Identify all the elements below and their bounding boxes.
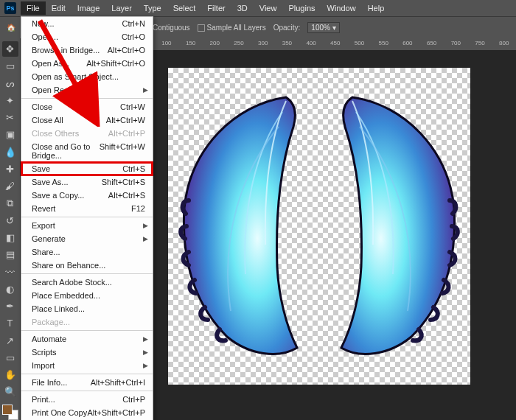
tool-eyedrop[interactable]: 💧	[2, 144, 18, 160]
menuitem-package: Package...	[21, 315, 153, 329]
menuitem-new[interactable]: New...Ctrl+N	[21, 17, 153, 30]
tool-hand[interactable]: ✋	[2, 367, 18, 382]
menuitem-print-one-copy[interactable]: Print One CopyAlt+Shift+Ctrl+P	[21, 406, 153, 419]
menu-file[interactable]: File	[21, 1, 46, 15]
menuitem-close-and-go-to-bridge[interactable]: Close and Go to Bridge...Shift+Ctrl+W	[21, 140, 153, 162]
tool-frame[interactable]: ▣	[2, 127, 18, 142]
menuitem-print[interactable]: Print...Ctrl+P	[21, 393, 153, 406]
menuitem-revert[interactable]: RevertF12	[21, 202, 153, 215]
menu-window[interactable]: Window	[321, 1, 362, 15]
menuitem-file-info[interactable]: File Info...Alt+Shift+Ctrl+I	[21, 376, 153, 389]
menuitem-share-on-behance[interactable]: Share on Behance...	[21, 259, 153, 272]
tool-brush[interactable]: 🖌	[2, 178, 18, 194]
tool-move[interactable]: ✥	[2, 41, 18, 57]
menuitem-open-as-smart-object[interactable]: Open as Smart Object...	[21, 70, 153, 83]
menu-view[interactable]: View	[254, 1, 283, 15]
wings-image	[175, 90, 463, 370]
menuitem-scripts[interactable]: Scripts▶	[21, 346, 153, 359]
menu-select[interactable]: Select	[167, 1, 202, 15]
menuitem-open-recent[interactable]: Open Recent▶	[21, 83, 153, 97]
tool-stamp[interactable]: ⧉	[2, 195, 18, 211]
menuitem-open[interactable]: Open...Ctrl+O	[21, 30, 153, 43]
app-logo: Ps	[4, 2, 16, 14]
menuitem-export[interactable]: Export▶	[21, 219, 153, 232]
menuitem-save[interactable]: SaveCtrl+S	[21, 162, 153, 175]
tool-eraser[interactable]: ◧	[2, 230, 18, 245]
menuitem-import[interactable]: Import▶	[21, 359, 153, 372]
tool-blur[interactable]: 〰	[2, 264, 18, 279]
menuitem-generate[interactable]: Generate▶	[21, 232, 153, 245]
tool-lasso[interactable]: ᔕ	[2, 76, 18, 91]
tool-path[interactable]: ↗	[2, 333, 18, 349]
tool-history[interactable]: ↺	[2, 213, 18, 228]
opacity-label: Opacity:	[273, 24, 301, 32]
menuitem-save-a-copy[interactable]: Save a Copy...Alt+Ctrl+S	[21, 189, 153, 202]
menu-layer[interactable]: Layer	[105, 1, 138, 15]
menu-image[interactable]: Image	[72, 1, 106, 15]
menuitem-place-embedded[interactable]: Place Embedded...	[21, 289, 153, 302]
color-swatches[interactable]	[2, 405, 18, 420]
menu-type[interactable]: Type	[138, 1, 167, 15]
tool-pen[interactable]: ✒	[2, 298, 18, 314]
tool-type[interactable]: T	[2, 315, 18, 331]
tools-panel: ✥▭ᔕ✦✂▣💧✚🖌⧉↺◧▤〰◐✒T↗▭✋🔍	[0, 38, 21, 420]
menu-edit[interactable]: Edit	[46, 1, 72, 15]
tool-heal[interactable]: ✚	[2, 161, 18, 177]
menubar: Ps FileEditImageLayerTypeSelectFilter3DV…	[0, 0, 516, 16]
opacity-field[interactable]: 100% ▾	[307, 22, 339, 33]
tool-zoom[interactable]: 🔍	[2, 384, 18, 399]
tool-wand[interactable]: ✦	[2, 93, 18, 108]
sample-all-checkbox[interactable]: Sample All Layers	[198, 24, 266, 32]
tool-marquee[interactable]: ▭	[2, 58, 18, 74]
tool-rect[interactable]: ▭	[2, 350, 18, 365]
tool-dodge[interactable]: ◐	[2, 281, 18, 297]
menu-plugins[interactable]: Plugins	[282, 1, 321, 15]
menuitem-save-as[interactable]: Save As...Shift+Ctrl+S	[21, 175, 153, 189]
menuitem-open-as[interactable]: Open As...Alt+Shift+Ctrl+O	[21, 57, 153, 70]
tool-crop[interactable]: ✂	[2, 110, 18, 125]
menuitem-close-all[interactable]: Close AllAlt+Ctrl+W	[21, 113, 153, 127]
menu-help[interactable]: Help	[362, 1, 391, 15]
menu-3d[interactable]: 3D	[231, 1, 254, 15]
tool-gradient[interactable]: ▤	[2, 247, 18, 262]
home-icon[interactable]: 🏠	[4, 21, 18, 35]
menuitem-search-adobe-stock[interactable]: Search Adobe Stock...	[21, 276, 153, 289]
menuitem-share[interactable]: Share...	[21, 245, 153, 259]
menuitem-place-linked[interactable]: Place Linked...	[21, 302, 153, 315]
menuitem-browse-in-bridge[interactable]: Browse in Bridge...Alt+Ctrl+O	[21, 43, 153, 57]
menuitem-automate[interactable]: Automate▶	[21, 332, 153, 346]
file-menu-dropdown: New...Ctrl+NOpen...Ctrl+OBrowse in Bridg…	[21, 16, 153, 420]
menuitem-close-others: Close OthersAlt+Ctrl+P	[21, 127, 153, 140]
menu-filter[interactable]: Filter	[201, 1, 231, 15]
menuitem-close[interactable]: CloseCtrl+W	[21, 100, 153, 113]
